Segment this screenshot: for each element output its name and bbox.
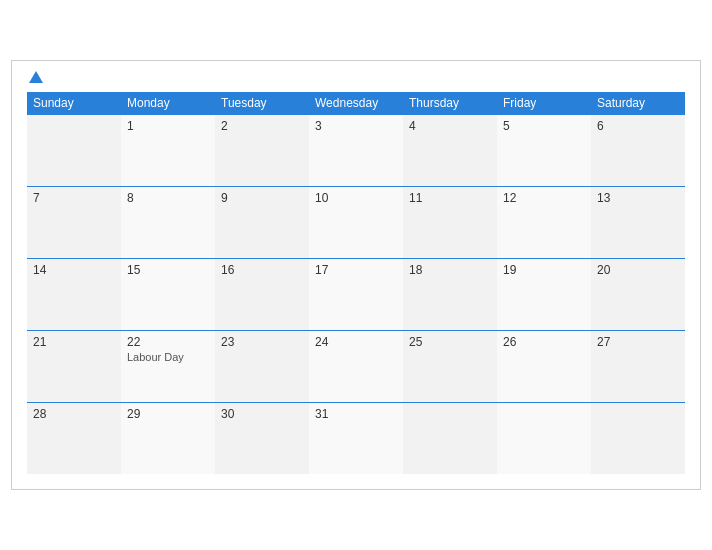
calendar-cell: [27, 114, 121, 186]
calendar-cell: 9: [215, 186, 309, 258]
calendar-cell: [403, 402, 497, 474]
day-number: 9: [221, 191, 303, 205]
day-number: 11: [409, 191, 491, 205]
day-event: Labour Day: [127, 351, 209, 363]
day-number: 3: [315, 119, 397, 133]
calendar-week-row: 123456: [27, 114, 685, 186]
day-number: 12: [503, 191, 585, 205]
calendar-cell: 23: [215, 330, 309, 402]
calendar-cell: 26: [497, 330, 591, 402]
day-number: 4: [409, 119, 491, 133]
day-number: 21: [33, 335, 115, 349]
weekday-header: Monday: [121, 92, 215, 115]
day-number: 28: [33, 407, 115, 421]
day-number: 27: [597, 335, 679, 349]
day-number: 22: [127, 335, 209, 349]
day-number: 10: [315, 191, 397, 205]
day-number: 13: [597, 191, 679, 205]
calendar-cell: 22Labour Day: [121, 330, 215, 402]
day-number: 8: [127, 191, 209, 205]
calendar-cell: 16: [215, 258, 309, 330]
calendar-cell: 30: [215, 402, 309, 474]
calendar-cell: 24: [309, 330, 403, 402]
day-number: 7: [33, 191, 115, 205]
day-number: 17: [315, 263, 397, 277]
day-number: 15: [127, 263, 209, 277]
calendar-container: SundayMondayTuesdayWednesdayThursdayFrid…: [11, 60, 701, 491]
calendar-cell: [497, 402, 591, 474]
day-number: 14: [33, 263, 115, 277]
calendar-cell: 6: [591, 114, 685, 186]
day-number: 30: [221, 407, 303, 421]
calendar-cell: 28: [27, 402, 121, 474]
calendar-cell: 5: [497, 114, 591, 186]
calendar-cell: 27: [591, 330, 685, 402]
day-number: 23: [221, 335, 303, 349]
calendar-cell: 20: [591, 258, 685, 330]
calendar-cell: 21: [27, 330, 121, 402]
calendar-cell: 14: [27, 258, 121, 330]
calendar-cell: 3: [309, 114, 403, 186]
calendar-week-row: 14151617181920: [27, 258, 685, 330]
day-number: 18: [409, 263, 491, 277]
day-number: 1: [127, 119, 209, 133]
calendar-cell: 19: [497, 258, 591, 330]
calendar-cell: 17: [309, 258, 403, 330]
logo: [27, 71, 43, 84]
day-number: 6: [597, 119, 679, 133]
calendar-cell: 15: [121, 258, 215, 330]
calendar-week-row: 28293031: [27, 402, 685, 474]
logo-triangle-icon: [29, 71, 43, 83]
day-number: 2: [221, 119, 303, 133]
day-number: 26: [503, 335, 585, 349]
weekday-header: Saturday: [591, 92, 685, 115]
calendar-cell: 4: [403, 114, 497, 186]
calendar-grid: SundayMondayTuesdayWednesdayThursdayFrid…: [27, 92, 685, 475]
day-number: 5: [503, 119, 585, 133]
day-number: 16: [221, 263, 303, 277]
calendar-cell: 1: [121, 114, 215, 186]
weekday-header: Tuesday: [215, 92, 309, 115]
day-number: 31: [315, 407, 397, 421]
calendar-cell: [591, 402, 685, 474]
weekday-header: Thursday: [403, 92, 497, 115]
day-number: 24: [315, 335, 397, 349]
calendar-cell: 13: [591, 186, 685, 258]
calendar-cell: 10: [309, 186, 403, 258]
day-number: 19: [503, 263, 585, 277]
calendar-cell: 29: [121, 402, 215, 474]
weekday-header-row: SundayMondayTuesdayWednesdayThursdayFrid…: [27, 92, 685, 115]
calendar-cell: 8: [121, 186, 215, 258]
calendar-week-row: 78910111213: [27, 186, 685, 258]
calendar-cell: 11: [403, 186, 497, 258]
calendar-cell: 25: [403, 330, 497, 402]
weekday-header: Sunday: [27, 92, 121, 115]
calendar-cell: 31: [309, 402, 403, 474]
calendar-cell: 18: [403, 258, 497, 330]
day-number: 29: [127, 407, 209, 421]
day-number: 25: [409, 335, 491, 349]
calendar-week-row: 2122Labour Day2324252627: [27, 330, 685, 402]
day-number: 20: [597, 263, 679, 277]
calendar-cell: 7: [27, 186, 121, 258]
calendar-header: [27, 71, 685, 84]
logo-blue-text: [27, 71, 43, 84]
calendar-cell: 2: [215, 114, 309, 186]
weekday-header: Wednesday: [309, 92, 403, 115]
calendar-cell: 12: [497, 186, 591, 258]
weekday-header: Friday: [497, 92, 591, 115]
